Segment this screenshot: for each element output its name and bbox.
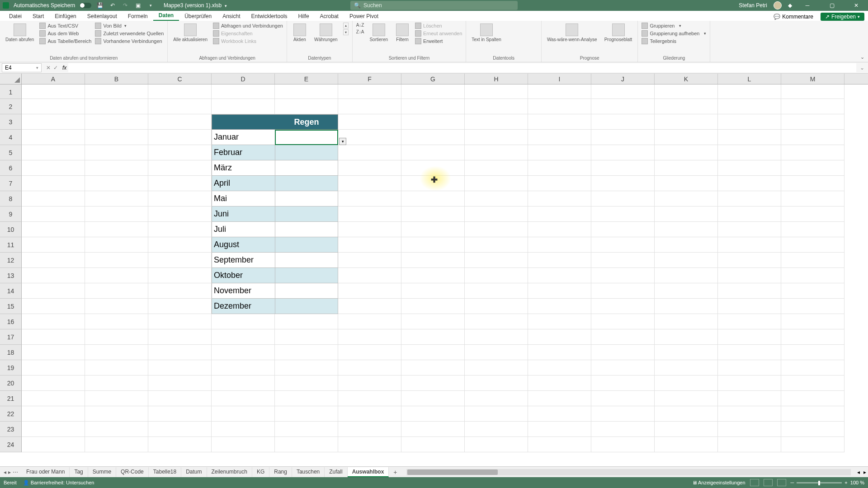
tab-ansicht[interactable]: Ansicht (217, 12, 245, 21)
row-header-14[interactable]: 14 (0, 283, 22, 299)
zoom-slider[interactable] (797, 482, 842, 483)
group-button[interactable]: Gruppieren▾ (642, 23, 706, 29)
datatypes-up-icon[interactable]: ▴ (343, 23, 349, 28)
data-validation-dropdown-icon[interactable]: ▾ (339, 138, 346, 145)
col-header-D[interactable]: D (212, 74, 275, 84)
table-row[interactable]: September (212, 253, 338, 268)
autosave-toggle[interactable] (80, 3, 91, 8)
select-all-corner[interactable] (0, 74, 22, 84)
search-box[interactable]: 🔍 Suchen (350, 1, 518, 10)
value-cell[interactable] (275, 237, 338, 252)
row-header-17[interactable]: 17 (0, 329, 22, 345)
page-layout-view-button[interactable] (764, 479, 773, 486)
tab-datei[interactable]: Datei (4, 12, 27, 21)
display-settings-button[interactable]: 🖥 Anzeigeeinstellungen (692, 480, 745, 485)
fx-label[interactable]: fx (61, 65, 68, 71)
row-header-3[interactable]: 3 (0, 114, 22, 130)
tab-entwicklertools[interactable]: Entwicklertools (246, 12, 293, 21)
redo-icon[interactable]: ↷ (121, 1, 129, 9)
sort-az-button[interactable]: A↓Z (356, 23, 364, 28)
expand-formula-bar-icon[interactable]: ⌄ (856, 65, 868, 71)
minimize-button[interactable]: ─ (798, 0, 816, 11)
undo-icon[interactable]: ↶ (108, 1, 117, 9)
accept-formula-icon[interactable]: ✓ (53, 65, 58, 71)
filter-button[interactable]: Filtern (393, 23, 411, 43)
sheet-tab[interactable]: Frau oder Mann (22, 467, 70, 477)
month-cell[interactable]: Dezember (212, 299, 275, 314)
value-cell[interactable] (275, 130, 338, 145)
col-header-H[interactable]: H (465, 74, 528, 84)
month-cell[interactable]: Oktober (212, 268, 275, 283)
sort-button[interactable]: Sortieren (368, 23, 390, 43)
sheet-tab[interactable]: Tauschen (292, 467, 325, 477)
sheet-nav-prev-icon[interactable]: ◂ (4, 469, 6, 475)
row-header-9[interactable]: 9 (0, 206, 22, 222)
cancel-formula-icon[interactable]: ✕ (46, 65, 51, 71)
filename-dropdown-icon[interactable]: ▾ (225, 4, 227, 8)
row-header-2[interactable]: 2 (0, 99, 22, 114)
name-box[interactable]: E4 (2, 63, 42, 72)
table-row[interactable]: Februar (212, 145, 338, 160)
stocks-button[interactable]: Aktien (291, 23, 309, 43)
close-button[interactable]: ✕ (847, 0, 865, 11)
sheet-tab[interactable]: Auswahlbox (348, 467, 389, 477)
sheet-tab[interactable]: Rang (269, 467, 292, 477)
user-avatar[interactable] (774, 1, 782, 9)
formula-input[interactable] (68, 63, 856, 72)
recent-sources-button[interactable]: Zuletzt verwendete Quellen (95, 30, 164, 37)
value-cell[interactable] (275, 191, 338, 206)
table-row[interactable]: Oktober (212, 268, 338, 283)
col-header-L[interactable]: L (718, 74, 781, 84)
sheet-tab[interactable]: Zeilenumbruch (207, 467, 252, 477)
zoom-in-button[interactable]: + (844, 480, 847, 485)
row-header-22[interactable]: 22 (0, 406, 22, 422)
from-table-button[interactable]: Aus Tabelle/Bereich (39, 38, 91, 44)
row-header-15[interactable]: 15 (0, 299, 22, 314)
sort-za-button[interactable]: Z↓A (356, 29, 364, 34)
existing-connections-button[interactable]: Vorhandene Verbindungen (95, 38, 164, 44)
what-if-button[interactable]: Was-wäre-wenn-Analyse (545, 23, 599, 43)
get-data-button[interactable]: Daten abrufen (4, 23, 36, 43)
sheet-tab[interactable]: Tag (70, 467, 88, 477)
row-header-23[interactable]: 23 (0, 422, 22, 437)
row-header-1[interactable]: 1 (0, 84, 22, 99)
from-image-button[interactable]: Von Bild▾ (95, 23, 164, 29)
col-header-C[interactable]: C (148, 74, 212, 84)
row-header-21[interactable]: 21 (0, 391, 22, 406)
forecast-sheet-button[interactable]: Prognoseblatt (603, 23, 634, 43)
scroll-left-icon[interactable]: ◂ (855, 469, 862, 475)
col-header-K[interactable]: K (655, 74, 718, 84)
zoom-out-button[interactable]: ─ (791, 480, 794, 485)
table-row[interactable]: Juli (212, 222, 338, 237)
row-header-19[interactable]: 19 (0, 360, 22, 375)
table-row[interactable]: Mai (212, 191, 338, 206)
sheet-tab[interactable]: Zufall (325, 467, 347, 477)
row-header-7[interactable]: 7 (0, 176, 22, 191)
currencies-button[interactable]: Währungen (312, 23, 340, 43)
tab-ueberpruefen[interactable]: Überprüfen (179, 12, 217, 21)
col-header-M[interactable]: M (781, 74, 844, 84)
camera-icon[interactable]: ▣ (134, 1, 142, 9)
value-cell[interactable] (275, 268, 338, 283)
horizontal-scrollbar[interactable] (406, 469, 851, 475)
col-header-F[interactable]: F (338, 74, 401, 84)
col-header-A[interactable]: A (22, 74, 85, 84)
value-cell[interactable] (275, 283, 338, 298)
scroll-right-icon[interactable]: ▸ (862, 469, 868, 475)
col-header-E[interactable]: E (275, 74, 338, 84)
normal-view-button[interactable] (750, 479, 759, 486)
month-cell[interactable]: September (212, 253, 275, 267)
sheet-nav-more-icon[interactable]: ⋯ (13, 469, 18, 475)
col-header-I[interactable]: I (528, 74, 591, 84)
row-header-13[interactable]: 13 (0, 268, 22, 283)
value-cell[interactable] (275, 176, 338, 191)
text-to-columns-button[interactable]: Text in Spalten (470, 23, 503, 43)
maximize-button[interactable]: ▢ (823, 0, 841, 11)
row-header-5[interactable]: 5 (0, 145, 22, 160)
col-header-G[interactable]: G (401, 74, 465, 84)
col-header-J[interactable]: J (591, 74, 655, 84)
value-cell[interactable] (275, 299, 338, 314)
table-row[interactable]: Januar (212, 130, 338, 145)
row-header-20[interactable]: 20 (0, 375, 22, 391)
month-cell[interactable]: Juni (212, 206, 275, 221)
